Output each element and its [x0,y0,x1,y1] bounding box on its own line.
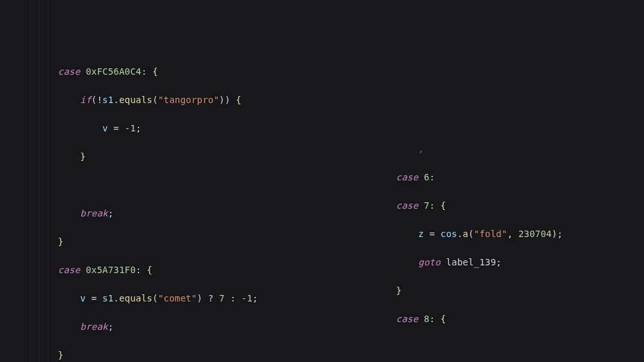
code-line: case 7: { [396,198,563,213]
code-pane-right[interactable]: , case 6: case 7: { z = cos.a("fold", 23… [396,128,563,354]
code-line: case 0xFC56A0C4: { [58,64,258,79]
code-line: case 6: [396,170,563,184]
code-editor[interactable]: case 0xFC56A0C4: { if(!s1.equals("tangor… [0,0,644,362]
code-line: z = cos.a("fold", 230704); [396,227,563,241]
code-line: } [58,234,258,249]
indent-guide [39,0,39,362]
code-pane-left[interactable]: case 0xFC56A0C4: { if(!s1.equals("tangor… [58,50,258,362]
code-line: } [58,348,258,362]
code-line: break; [58,319,258,334]
code-line: v = s1.equals("comet") ? 7 : -1; [58,291,258,305]
indent-guide [30,0,30,362]
code-line: break; [58,206,258,220]
indent-guide [48,0,48,362]
code-line: goto label_139; [396,255,563,269]
code-line: , [396,142,563,156]
code-line: v = -1; [58,121,258,135]
code-line: case 8: { [396,312,563,326]
code-line [58,178,258,192]
code-line: if(!s1.equals("tangorpro")) { [58,93,258,107]
code-line: } [396,283,563,298]
code-line: } [58,149,258,164]
code-line: case 0x5A731F0: { [58,263,258,277]
